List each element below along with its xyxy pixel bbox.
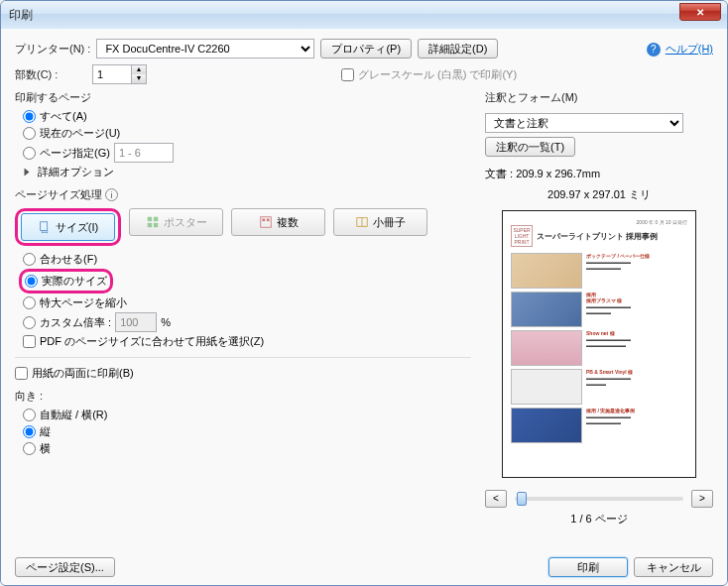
- orient-portrait-row[interactable]: 縦: [23, 424, 471, 439]
- advanced-button[interactable]: 詳細設定(D): [418, 39, 498, 59]
- sizing-title: ページサイズ処理 i: [15, 187, 471, 202]
- orientation-section: 向き : 自動縦 / 横(R) 縦 横: [15, 389, 471, 458]
- tab-poster[interactable]: ポスター: [129, 208, 223, 236]
- sizing-section: ページサイズ処理 i サイズ(I) ポスター: [15, 187, 471, 351]
- comments-title: 注釈とフォーム(M): [485, 90, 713, 105]
- preview-size-label: 209.97 x 297.01 ミリ: [485, 187, 713, 202]
- pages-title: 印刷するページ: [15, 90, 471, 105]
- svg-rect-0: [40, 222, 47, 231]
- main-split: 印刷するページ すべて(A) 現在のページ(U) ページ指定(G) 詳細オプショ…: [15, 90, 713, 545]
- printer-row: プリンター(N) : FX DocuCentre-IV C2260 プロパティ(…: [15, 39, 713, 59]
- page-prev-button[interactable]: <: [485, 490, 507, 508]
- shrink-radio[interactable]: [23, 296, 36, 309]
- copies-label: 部数(C) :: [15, 67, 86, 82]
- pages-current-radio[interactable]: [23, 127, 36, 140]
- tab-size[interactable]: サイズ(I): [21, 213, 115, 241]
- print-dialog: 印刷 ✕ プリンター(N) : FX DocuCentre-IV C2260 プ…: [0, 0, 728, 586]
- properties-button[interactable]: プロパティ(P): [320, 39, 412, 59]
- grayscale-checkbox[interactable]: [341, 68, 354, 81]
- more-options-row[interactable]: 詳細オプション: [23, 165, 471, 179]
- duplex-section: 用紙の両面に印刷(B): [15, 357, 471, 383]
- help-link[interactable]: ヘルプ(H): [666, 43, 713, 55]
- orient-auto-row[interactable]: 自動縦 / 横(R): [23, 408, 471, 422]
- preview-logo: SUPERLIGHTPRINT: [511, 225, 533, 247]
- grayscale-label: グレースケール (白黒) で印刷(Y): [358, 67, 517, 82]
- custom-radio[interactable]: [23, 316, 36, 329]
- pages-all-radio[interactable]: [23, 110, 36, 123]
- copies-input[interactable]: [92, 64, 132, 84]
- svg-rect-4: [153, 223, 157, 227]
- page-next-button[interactable]: >: [691, 490, 713, 508]
- paper-source-row[interactable]: PDF のページサイズに合わせて用紙を選択(Z): [23, 334, 471, 349]
- page-nav: < >: [485, 490, 713, 508]
- spinner-up[interactable]: ▲: [132, 65, 146, 74]
- pages-section: 印刷するページ すべて(A) 現在のページ(U) ページ指定(G) 詳細オプショ…: [15, 90, 471, 181]
- pages-range-row[interactable]: ページ指定(G): [23, 143, 471, 163]
- orientation-title: 向き :: [15, 389, 471, 404]
- highlight-size-tab: サイズ(I): [15, 208, 121, 246]
- printer-select[interactable]: FX DocuCentre-IV C2260: [96, 39, 314, 59]
- custom-scale-input[interactable]: [115, 312, 157, 332]
- svg-rect-1: [147, 217, 151, 221]
- orient-portrait-radio[interactable]: [23, 425, 36, 438]
- poster-icon: [146, 215, 160, 229]
- copies-spinner[interactable]: ▲▼: [92, 64, 147, 84]
- preview-page-title: スーパーライトプリント 採用事例: [537, 231, 658, 242]
- sizing-tabs: サイズ(I) ポスター 複数 小冊子: [15, 208, 471, 246]
- highlight-actual-size: 実際のサイズ: [19, 269, 113, 293]
- tab-multiple[interactable]: 複数: [231, 208, 325, 236]
- svg-rect-3: [147, 223, 151, 227]
- custom-row[interactable]: カスタム倍率 : %: [23, 312, 471, 332]
- comments-select[interactable]: 文書と注釈: [485, 113, 683, 133]
- fit-row[interactable]: 合わせる(F): [23, 252, 471, 267]
- window-title: 印刷: [9, 7, 33, 24]
- svg-rect-6: [262, 219, 265, 222]
- print-button[interactable]: 印刷: [548, 557, 628, 577]
- pages-range-input[interactable]: [114, 143, 174, 163]
- cancel-button[interactable]: キャンセル: [634, 557, 713, 577]
- svg-rect-5: [260, 217, 271, 228]
- dialog-footer: ページ設定(S)... 印刷 キャンセル: [15, 551, 713, 577]
- pages-current-row[interactable]: 現在のページ(U): [23, 126, 471, 141]
- orient-landscape-radio[interactable]: [23, 442, 36, 455]
- fit-radio[interactable]: [23, 253, 36, 266]
- size-icon: [38, 220, 52, 234]
- svg-rect-2: [153, 217, 157, 221]
- printer-label: プリンター(N) :: [15, 42, 90, 57]
- doc-size-label: 文書 : 209.9 x 296.7mm: [485, 167, 713, 181]
- page-setup-button[interactable]: ページ設定(S)...: [15, 557, 115, 577]
- slider-thumb[interactable]: [517, 492, 527, 506]
- page-indicator: 1 / 6 ページ: [485, 512, 713, 527]
- actual-row[interactable]: 実際のサイズ: [25, 274, 107, 289]
- shrink-row[interactable]: 特大ページを縮小: [23, 295, 471, 310]
- close-button[interactable]: ✕: [679, 3, 721, 21]
- actual-radio[interactable]: [25, 275, 38, 288]
- dialog-content: プリンター(N) : FX DocuCentre-IV C2260 プロパティ(…: [1, 29, 727, 585]
- help-icon: ?: [647, 43, 661, 57]
- orient-landscape-row[interactable]: 横: [23, 441, 471, 456]
- multiple-icon: [259, 215, 273, 229]
- copies-row: 部数(C) : ▲▼ グレースケール (白黒) で印刷(Y): [15, 64, 713, 84]
- pages-all-row[interactable]: すべて(A): [23, 109, 471, 124]
- titlebar: 印刷 ✕: [1, 1, 727, 29]
- duplex-checkbox[interactable]: [15, 367, 28, 380]
- expand-icon: [25, 169, 30, 176]
- duplex-row[interactable]: 用紙の両面に印刷(B): [15, 366, 471, 381]
- svg-rect-7: [266, 219, 269, 222]
- page-slider[interactable]: [515, 497, 683, 501]
- info-icon[interactable]: i: [105, 188, 118, 201]
- spinner-down[interactable]: ▼: [132, 74, 146, 83]
- tab-booklet[interactable]: 小冊子: [333, 208, 427, 236]
- orient-auto-radio[interactable]: [23, 409, 36, 421]
- pages-range-radio[interactable]: [23, 147, 36, 160]
- left-column: 印刷するページ すべて(A) 現在のページ(U) ページ指定(G) 詳細オプショ…: [15, 90, 471, 545]
- right-column: 注釈とフォーム(M) 文書と注釈 注釈の一覧(T) 文書 : 209.9 x 2…: [485, 90, 713, 545]
- booklet-icon: [355, 215, 369, 229]
- paper-source-checkbox[interactable]: [23, 335, 36, 348]
- summarize-comments-button[interactable]: 注釈の一覧(T): [485, 137, 575, 157]
- print-preview: 2000 年 0 月 10 日発行 SUPERLIGHTPRINT スーパーライ…: [502, 210, 696, 478]
